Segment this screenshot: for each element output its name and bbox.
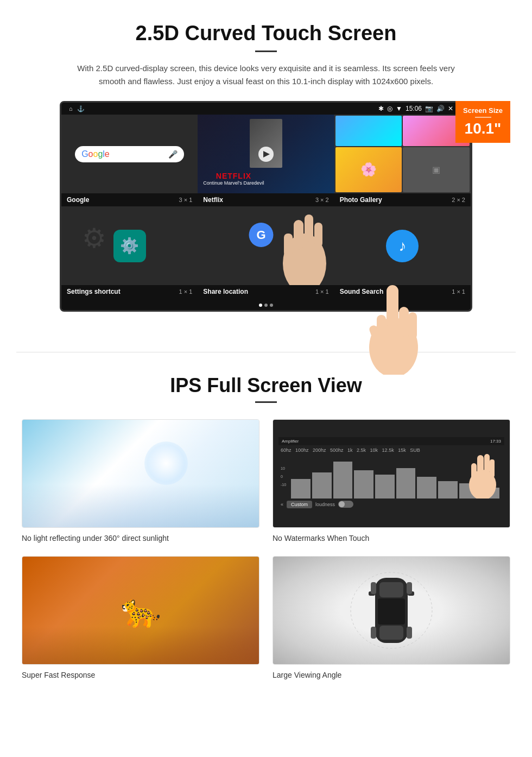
sound-app-name: Sound Search	[340, 288, 384, 295]
section2-divider	[255, 401, 277, 403]
netflix-app-cell[interactable]: NETFLIX Continue Marvel's Daredevil Netf…	[198, 115, 334, 206]
feature-sunlight: No light reflecting under 360° direct su…	[22, 419, 259, 543]
top-apps-grid: Google 🎤 Google 3 × 1	[61, 115, 471, 206]
status-bar-left: ⌂ ⚓	[69, 105, 85, 112]
photo-label-bar: Photo Gallery 2 × 2	[334, 193, 471, 206]
share-label-bar: Share location 1 × 1	[198, 285, 334, 298]
photo-gallery-grid: 🌸 ▣	[334, 115, 471, 193]
photo-thumb-3: 🌸	[335, 147, 402, 193]
sound-label-bar: Sound Search 1 × 1	[334, 285, 471, 298]
photo-app-size: 2 × 2	[452, 197, 465, 203]
google-app-size: 3 × 1	[179, 197, 193, 203]
clock: 15:06	[406, 105, 422, 112]
settings-bg-icon: ⚙	[78, 223, 110, 255]
svg-rect-13	[484, 454, 490, 474]
amp-footer: « Custom loudness	[278, 499, 504, 510]
photo-gallery-app-cell[interactable]: 🌸 ▣ Photo Gallery 2 × 2	[334, 115, 471, 206]
svg-rect-26	[407, 627, 412, 639]
google-logo: Google	[81, 149, 110, 159]
dot-2	[264, 304, 268, 307]
wifi-icon: ▼	[396, 105, 402, 112]
share-app-size: 1 × 1	[315, 288, 329, 295]
netflix-app-size: 3 × 2	[315, 197, 329, 203]
features-grid: No light reflecting under 360° direct su…	[22, 419, 510, 680]
section-divider	[16, 352, 516, 352]
svg-rect-19	[378, 598, 405, 624]
badge-title: Screen Size	[463, 106, 503, 115]
eq-container: 100-10	[278, 455, 504, 499]
eq-bar-3	[333, 462, 353, 499]
bluetooth-icon: ✱	[378, 105, 384, 112]
amplifier-label: No Watermarks When Touch	[273, 534, 369, 542]
settings-gear-icon: ⚙️	[113, 230, 146, 262]
screen-size-badge: Screen Size 10.1"	[455, 101, 510, 143]
svg-rect-3	[314, 223, 322, 247]
usb-icon: ⚓	[77, 105, 85, 112]
share-location-app-cell[interactable]: G Share location 1 × 1	[198, 206, 334, 298]
eq-scale: 100-10	[281, 466, 286, 487]
settings-label-bar: Settings shortcut 1 × 1	[61, 285, 198, 298]
amp-title: Amplifier	[282, 439, 299, 444]
google-app-cell[interactable]: Google 🎤 Google 3 × 1	[61, 115, 198, 206]
share-cell-content: G	[198, 206, 334, 285]
hand-svg	[275, 209, 334, 285]
sound-search-app-cell[interactable]: ♪ Sound Search 1 × 1	[334, 206, 471, 298]
volume-icon: 🔊	[436, 105, 445, 112]
location-icon: ◎	[387, 105, 392, 112]
section-ips: IPS Full Screen View No light reflecting…	[0, 374, 532, 702]
google-app-name: Google	[67, 196, 89, 204]
netflix-logo-text: NETFLIX	[203, 172, 264, 180]
cheetah-image: 🐆	[22, 556, 259, 665]
toggle-switch[interactable]	[338, 501, 353, 508]
sun-glow	[144, 441, 188, 485]
settings-cell-content: ⚙️ ⚙	[61, 206, 198, 285]
svg-rect-4	[284, 234, 293, 256]
sunlight-image	[22, 419, 259, 528]
amplifier-visual: Amplifier 17:33 60hz 100hz 200hz 500hz 1…	[273, 420, 510, 527]
title-divider	[255, 51, 277, 52]
settings-app-size: 1 × 1	[179, 288, 193, 295]
mic-icon: 🎤	[168, 150, 178, 159]
device-screen: ⌂ ⚓ ✱ ◎ ▼ 15:06 📷 🔊 ✕ ▬	[60, 101, 472, 312]
car-top-svg	[343, 567, 440, 654]
section1-title: 2.5D Curved Touch Screen	[33, 22, 499, 45]
close-icon: ✕	[448, 105, 453, 112]
flower-icon: 🌸	[335, 147, 402, 193]
hand-touch-svg	[466, 450, 499, 499]
svg-rect-23	[371, 582, 376, 594]
svg-rect-24	[407, 582, 412, 594]
sky-gradient	[22, 484, 259, 527]
netflix-app-name: Netflix	[203, 196, 223, 204]
svg-rect-9	[377, 315, 386, 342]
dot-3	[270, 304, 273, 307]
car-visual	[273, 557, 510, 664]
google-maps-icon: G	[249, 223, 273, 247]
status-bar-right: ✱ ◎ ▼ 15:06 📷 🔊 ✕ ▬	[378, 105, 463, 112]
bottom-apps-grid: ⚙️ ⚙ Settings shortcut 1 × 1 G	[61, 206, 471, 298]
svg-rect-25	[371, 627, 376, 639]
share-app-name: Share location	[203, 288, 248, 295]
amp-time: 17:33	[490, 439, 501, 444]
svg-rect-15	[471, 463, 477, 480]
eq-bar-5	[375, 475, 395, 499]
photo-thumb-1	[335, 116, 402, 146]
netflix-subtitle: Continue Marvel's Daredevil	[203, 180, 264, 186]
car-image	[273, 556, 510, 665]
eq-bar-2	[312, 472, 332, 499]
page-indicator	[61, 298, 471, 310]
svg-rect-10	[368, 324, 383, 348]
netflix-play-button[interactable]	[258, 147, 274, 162]
feature-car: Large Viewing Angle	[273, 556, 510, 680]
cheetah-label: Super Fast Response	[22, 671, 95, 679]
loudness-label: loudness	[315, 502, 335, 507]
google-search-bar[interactable]: Google 🎤	[75, 146, 184, 162]
google-label-bar: Google 3 × 1	[61, 193, 198, 206]
feature-cheetah: 🐆 Super Fast Response	[22, 556, 259, 680]
eq-bar-6	[396, 468, 416, 499]
svg-rect-8	[408, 312, 417, 339]
cheetah-emoji: 🐆	[121, 591, 161, 630]
settings-app-cell[interactable]: ⚙️ ⚙ Settings shortcut 1 × 1	[61, 206, 198, 298]
car-label: Large Viewing Angle	[273, 671, 341, 679]
netflix-label-bar: Netflix 3 × 2	[198, 193, 334, 206]
badge-size: 10.1"	[465, 120, 502, 137]
